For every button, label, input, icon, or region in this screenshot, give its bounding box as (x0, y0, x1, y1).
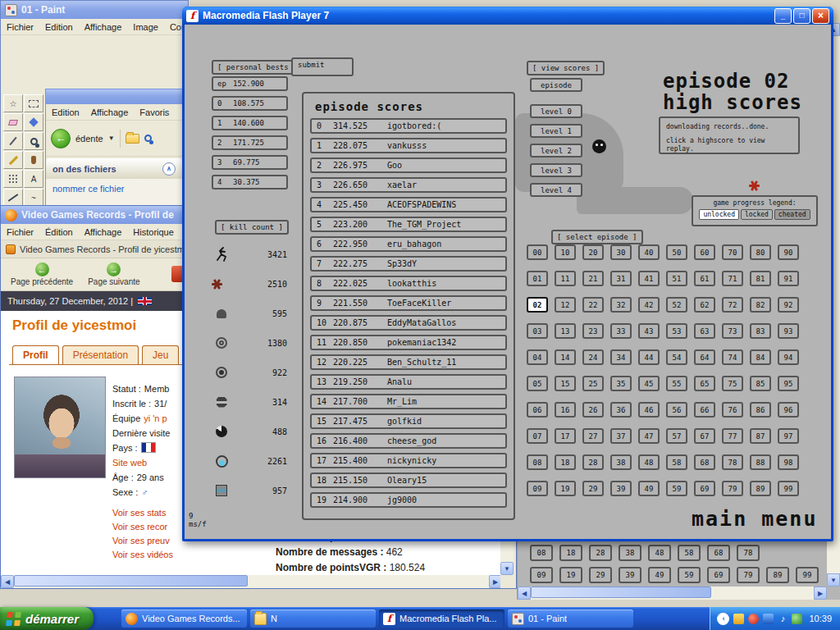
episode-cell[interactable]: 53 (666, 323, 687, 339)
scrollbar-track[interactable] (14, 575, 489, 588)
episode-cell[interactable]: 83 (750, 323, 771, 339)
view-scores-button[interactable]: level 4 (530, 183, 582, 197)
episode-cell[interactable]: 77 (722, 428, 743, 444)
episode-cell[interactable]: 94 (778, 349, 799, 365)
uk-flag-icon[interactable] (138, 297, 152, 305)
episode-cell[interactable]: 49 (638, 481, 660, 496)
episode-cell[interactable]: 96 (778, 402, 799, 418)
profile-link[interactable]: Voir ses vidéos (112, 548, 173, 562)
paint-menu-item[interactable]: Affichage (79, 21, 128, 34)
episode-cell[interactable]: 76 (722, 402, 743, 418)
episode-cell[interactable]: 18 (559, 545, 582, 561)
episode-cell[interactable]: 70 (722, 244, 743, 260)
episode-cell[interactable]: 11 (555, 271, 576, 286)
episode-cell[interactable]: 10 (555, 244, 576, 260)
text-tool[interactable]: A (24, 170, 43, 188)
episode-cell[interactable]: 33 (610, 323, 632, 339)
episode-cell[interactable]: 95 (778, 376, 799, 391)
episode-cell[interactable]: 44 (638, 349, 660, 365)
browser-menu-item[interactable]: Affichage (79, 226, 128, 239)
select-tool[interactable] (24, 94, 43, 112)
messenger-tray-icon[interactable] (763, 614, 774, 624)
episode-cell[interactable]: 99 (778, 481, 799, 496)
view-scores-button[interactable]: level 1 (530, 124, 582, 138)
episode-cell[interactable]: 08 (530, 545, 553, 561)
view-scores-button[interactable]: level 3 (530, 163, 582, 177)
browser-menu-item[interactable]: Historique (127, 226, 180, 239)
curve-tool[interactable]: ~ (24, 189, 43, 207)
episode-cell[interactable]: 67 (694, 428, 715, 444)
paint-menu-item[interactable]: Edition (39, 21, 79, 34)
episode-cell[interactable]: 48 (638, 454, 660, 470)
episode-cell[interactable]: 09 (527, 481, 548, 496)
episode-cell[interactable]: 38 (610, 454, 632, 470)
highscore-row[interactable]: 2 226.975 Goo (310, 158, 507, 173)
highscore-row[interactable]: 1 228.075 vankusss (310, 138, 507, 153)
explorer-menu-item[interactable]: Favoris (134, 106, 175, 119)
episode-cell[interactable]: 58 (678, 545, 701, 561)
episode-cell[interactable]: 12 (555, 297, 576, 313)
clock[interactable]: 10:39 (809, 614, 832, 623)
episode-cell[interactable]: 15 (555, 376, 576, 391)
episode-cell[interactable]: 69 (707, 567, 730, 583)
episode-cell[interactable]: 81 (750, 271, 771, 286)
taskbar-task-button[interactable]: N (250, 609, 376, 628)
highscore-row[interactable]: 17 215.400 nickynicky (310, 453, 507, 468)
episode-cell[interactable]: 80 (750, 244, 771, 260)
episode-cell[interactable]: 21 (582, 271, 604, 286)
back-button-label[interactable]: édente (75, 134, 103, 144)
main-menu-button[interactable]: main menu (692, 507, 817, 531)
episode-cell[interactable]: 19 (555, 481, 576, 496)
episode-cell[interactable]: 22 (582, 297, 604, 313)
taskbar-task-button[interactable]: Macromedia Flash Pla... (379, 609, 504, 628)
episode-cell[interactable]: 87 (750, 428, 771, 444)
episode-cell[interactable]: 84 (750, 349, 771, 365)
color-picker-tool[interactable] (3, 132, 23, 150)
paint-titlebar[interactable]: 01 - Paint (1, 1, 188, 19)
brush-tool[interactable] (24, 151, 43, 169)
episode-cell[interactable]: 72 (722, 297, 743, 313)
profile-tab[interactable]: Jeu (142, 345, 179, 364)
highscore-row[interactable]: 10 220.875 EddyMataGallos (310, 315, 507, 331)
episode-cell[interactable]: 31 (610, 271, 632, 286)
scroll-right-button[interactable]: ▶ (814, 587, 827, 600)
taskbar-task-button[interactable]: Video Games Records... (121, 609, 247, 628)
episode-cell[interactable]: 27 (582, 428, 604, 444)
scroll-left-button[interactable]: ◀ (518, 587, 531, 600)
episode-cell[interactable]: 09 (530, 567, 553, 583)
episode-cell[interactable]: 46 (638, 402, 660, 418)
minimize-button[interactable]: _ (774, 8, 792, 24)
episode-cell[interactable]: 57 (666, 428, 687, 444)
episode-cell[interactable]: 28 (582, 454, 604, 470)
episode-cell[interactable]: 39 (610, 481, 632, 496)
episode-cell[interactable]: 14 (555, 349, 576, 365)
episode-cell[interactable]: 08 (527, 454, 548, 470)
episode-cell[interactable]: 52 (666, 297, 687, 313)
highscore-row[interactable]: 6 222.950 eru_bahagon (310, 236, 507, 252)
close-button[interactable]: × (812, 8, 829, 24)
browser-menu-item[interactable]: Édition (39, 226, 79, 239)
episode-cell[interactable]: 71 (722, 271, 743, 286)
scrollbar-thumb[interactable] (531, 587, 711, 598)
episode-cell[interactable]: 24 (582, 349, 604, 365)
back-button[interactable]: ← Page précédente (7, 262, 76, 287)
paint-menu-item[interactable]: Fichier (1, 21, 39, 34)
highscore-row[interactable]: 0 314.525 igotbored:( (310, 118, 507, 134)
episode-cell[interactable]: 50 (666, 244, 687, 260)
explorer-menu-item[interactable]: Affichage (85, 106, 135, 119)
paint-menu-item[interactable]: Image (127, 21, 164, 34)
episode-cell[interactable]: 51 (666, 271, 687, 286)
episode-cell[interactable]: 56 (666, 402, 687, 418)
episode-cell[interactable]: 02 (527, 297, 548, 313)
submit-button[interactable]: submit (291, 57, 354, 76)
episode-cell[interactable]: 42 (638, 297, 660, 313)
episode-cell[interactable]: 69 (694, 481, 715, 496)
episode-cell[interactable]: 38 (619, 545, 641, 561)
explorer-menu-item[interactable]: Edition (46, 106, 85, 119)
highscore-row[interactable]: 14 217.700 Mr_Lim (310, 394, 507, 409)
episode-cell[interactable]: 01 (527, 271, 548, 286)
episode-cell[interactable]: 79 (722, 481, 743, 496)
magnifier-tool[interactable] (24, 132, 43, 150)
episode-cell[interactable]: 05 (527, 376, 548, 391)
episode-cell[interactable]: 97 (778, 428, 799, 444)
